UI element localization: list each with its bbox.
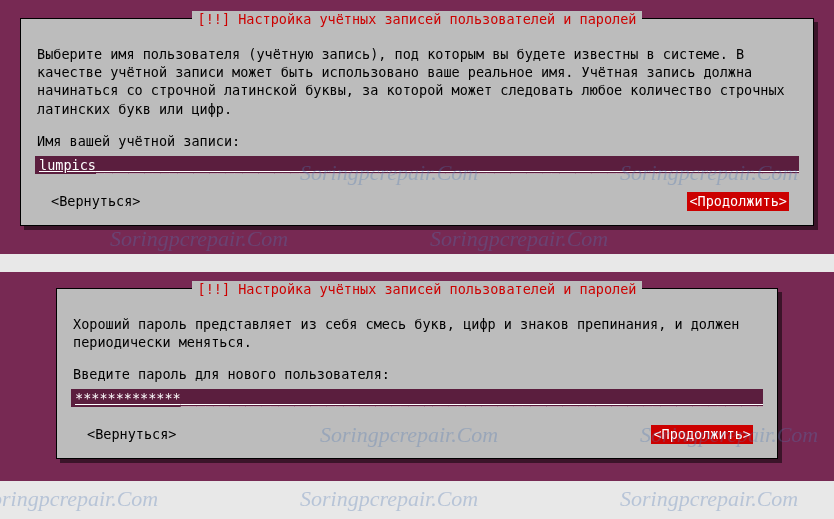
button-row: <Вернуться> <Продолжить> [37,192,797,210]
back-button[interactable]: <Вернуться> [51,192,140,210]
username-input[interactable]: lumpics [35,156,799,174]
back-button[interactable]: <Вернуться> [87,425,176,443]
dialog-body-text: Хороший пароль представляет из себя смес… [73,315,761,351]
dialog-title: [!!] Настройка учётных записей пользоват… [21,10,813,28]
installer-screen-password: [!!] Настройка учётных записей пользоват… [0,272,834,481]
watermark-text: Soringpcrepair.Com [0,484,158,514]
watermark-text: Soringpcrepair.Com [300,484,478,514]
password-input[interactable]: ************* [71,389,763,407]
installer-screen-username: [!!] Настройка учётных записей пользоват… [0,0,834,254]
dialog-title-text: [!!] Настройка учётных записей пользоват… [192,281,643,297]
continue-button[interactable]: <Продолжить> [687,192,789,210]
dialog-password: [!!] Настройка учётных записей пользоват… [56,288,778,459]
username-prompt-label: Имя вашей учётной записи: [37,132,797,150]
separator [0,254,834,272]
button-row: <Вернуться> <Продолжить> [73,425,761,443]
dialog-title: [!!] Настройка учётных записей пользоват… [57,280,777,298]
dialog-title-text: [!!] Настройка учётных записей пользоват… [192,11,643,27]
watermark-text: Soringpcrepair.Com [620,484,798,514]
continue-button[interactable]: <Продолжить> [651,425,753,443]
password-prompt-label: Введите пароль для нового пользователя: [73,365,761,383]
dialog-username: [!!] Настройка учётных записей пользоват… [20,18,814,226]
dialog-body-text: Выберите имя пользователя (учётную запис… [37,45,797,118]
